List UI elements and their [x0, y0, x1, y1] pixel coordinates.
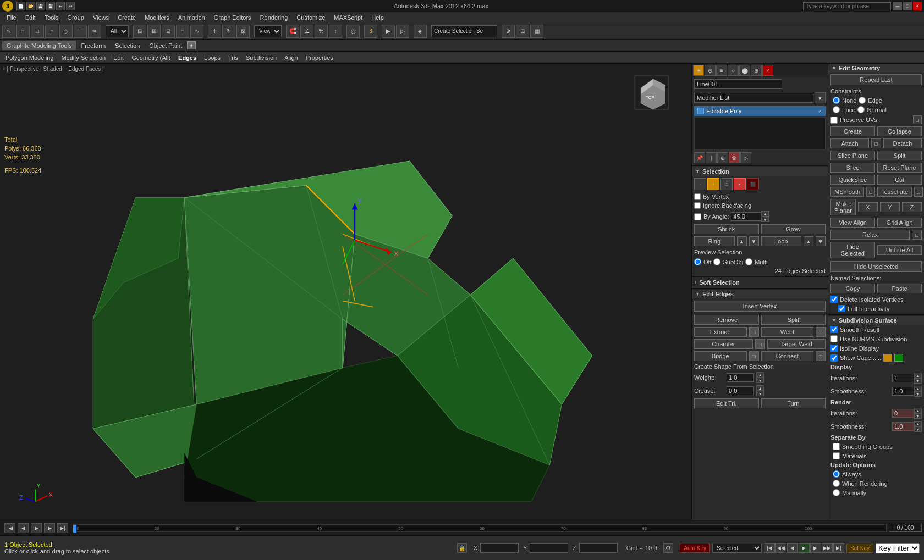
play-ctrl-prev[interactable]: ◀◀: [776, 543, 787, 553]
show-cage-checkbox[interactable]: [831, 354, 838, 362]
maximize-btn[interactable]: □: [903, 2, 912, 10]
modify-selection-btn[interactable]: Modify Selection: [58, 53, 109, 62]
menu-help[interactable]: Help: [367, 13, 388, 22]
play-ctrl-next-frame[interactable]: ▶: [810, 543, 821, 553]
render-last-btn[interactable]: ▷: [396, 25, 409, 38]
ring-spin-up[interactable]: ▲: [737, 236, 747, 246]
obj-props-btn[interactable]: ≡: [176, 25, 189, 38]
make-planar-btn[interactable]: Make Planar: [831, 199, 856, 215]
save-as-btn[interactable]: 💾: [46, 2, 55, 10]
soft-selection-header[interactable]: + Soft Selection: [692, 278, 828, 287]
panel-icon-1[interactable]: ☀: [693, 65, 704, 76]
view-cube-btn[interactable]: ⊡: [516, 25, 529, 38]
subdivision-surface-header[interactable]: ▼ Subdivision Surface: [828, 316, 924, 325]
frame-input[interactable]: [889, 524, 922, 532]
x-btn[interactable]: X: [858, 202, 878, 212]
curve-btn[interactable]: ∿: [190, 25, 204, 38]
material-editor-btn[interactable]: ◈: [414, 25, 427, 38]
selection-filter-dropdown[interactable]: All: [106, 25, 129, 37]
preview-multi-radio[interactable]: [745, 258, 752, 265]
play-btn[interactable]: ▶: [31, 523, 42, 533]
selection-section-header[interactable]: ▼ Selection: [692, 167, 828, 176]
render-iter-up[interactable]: ▲: [914, 408, 922, 413]
select-name-btn[interactable]: ≡: [16, 25, 30, 38]
ring-btn[interactable]: Ring: [694, 236, 735, 246]
set-key-btn[interactable]: Set Key: [846, 544, 873, 553]
remove-btn[interactable]: Remove: [694, 315, 759, 325]
play-ctrl-prev-frame[interactable]: ◀: [787, 543, 798, 553]
play-ctrl-play[interactable]: ▶: [799, 543, 810, 553]
target-weld-btn[interactable]: Target Weld: [767, 339, 826, 349]
x-input[interactable]: [480, 543, 519, 553]
weight-input[interactable]: [727, 373, 754, 382]
percent-snap-btn[interactable]: %: [315, 25, 328, 38]
collapse-geo-btn[interactable]: Collapse: [877, 126, 922, 136]
display-iter-up[interactable]: ▲: [914, 373, 922, 378]
smoothing-groups-checkbox[interactable]: [833, 443, 840, 450]
weight-up-btn[interactable]: ▲: [756, 372, 764, 378]
panel-icon-4[interactable]: ○: [728, 65, 739, 76]
configure-btn[interactable]: ▷: [740, 152, 751, 163]
constraint-normal-radio[interactable]: [857, 106, 865, 113]
repeat-last-btn[interactable]: Repeat Last: [831, 74, 922, 85]
weight-down-btn[interactable]: ▼: [756, 378, 764, 383]
msmooth-options-btn[interactable]: □: [866, 187, 875, 197]
border-icon[interactable]: □: [721, 178, 733, 190]
extrude-options-btn[interactable]: □: [749, 327, 759, 337]
chamfer-options-btn[interactable]: □: [755, 339, 765, 349]
crease-input[interactable]: [727, 386, 754, 395]
object-name-input[interactable]: Line001: [694, 79, 782, 89]
view-align-btn[interactable]: View Align: [831, 218, 875, 228]
panel-icon-3[interactable]: ≡: [716, 65, 727, 76]
selection-tab-btn[interactable]: Selection: [111, 41, 144, 50]
crease-down-btn[interactable]: ▼: [756, 391, 764, 396]
preserve-uvs-checkbox[interactable]: [831, 117, 838, 124]
modifier-list-dropdown[interactable]: ▼: [815, 92, 826, 103]
tessellate-btn[interactable]: Tessellate: [877, 187, 912, 197]
use-pivot-btn[interactable]: ◎: [346, 25, 360, 38]
unhide-all-btn[interactable]: Unhide All: [877, 245, 922, 255]
materials-checkbox[interactable]: [833, 452, 840, 459]
full-interactivity-checkbox[interactable]: [838, 305, 845, 312]
ignore-backfacing-checkbox[interactable]: [694, 202, 701, 209]
edit-tri-btn[interactable]: Edit Tri.: [694, 398, 759, 408]
key-filter-dropdown[interactable]: Key Filters...: [876, 543, 920, 553]
detach-btn[interactable]: Detach: [883, 138, 922, 148]
named-sel-copy-btn[interactable]: Copy: [831, 284, 875, 293]
make-unique-btn[interactable]: ⊕: [717, 152, 728, 163]
constraint-face-radio[interactable]: [833, 106, 840, 113]
isoline-display-checkbox[interactable]: [831, 345, 838, 352]
display-smooth-down[interactable]: ▼: [914, 391, 922, 397]
relax-btn[interactable]: Relax: [831, 230, 910, 240]
chamfer-btn[interactable]: Chamfer: [694, 339, 753, 349]
panel-icon-7[interactable]: ✓: [762, 65, 773, 76]
bridge-options-btn[interactable]: □: [749, 351, 759, 361]
insert-vertex-btn[interactable]: Insert Vertex: [694, 301, 826, 312]
geometry-all-btn[interactable]: Geometry (All): [128, 53, 174, 62]
menu-graph-editors[interactable]: Graph Editors: [210, 13, 256, 22]
transform-gizmo-btn[interactable]: ⊕: [502, 25, 515, 38]
menu-animation[interactable]: Animation: [174, 13, 210, 22]
snap-btn[interactable]: 🧲: [286, 25, 299, 38]
loops-btn[interactable]: Loops: [201, 53, 224, 62]
close-btn[interactable]: ✕: [913, 2, 922, 10]
file-btn[interactable]: 📄: [16, 2, 25, 10]
freeform-btn[interactable]: Freeform: [76, 41, 110, 50]
weld-options-btn[interactable]: □: [816, 327, 826, 337]
editable-poly-item[interactable]: Editable Poly ✓: [694, 106, 826, 116]
object-paint-btn[interactable]: Object Paint: [145, 41, 186, 50]
smooth-result-checkbox[interactable]: [831, 326, 838, 333]
display-iter-down[interactable]: ▼: [914, 378, 922, 384]
panel-icon-5[interactable]: ⬤: [739, 65, 750, 76]
use-nurms-checkbox[interactable]: [831, 335, 838, 342]
element-icon[interactable]: ⬛: [747, 178, 759, 190]
play-ctrl-end[interactable]: ▶|: [833, 543, 844, 553]
rect-sel-btn[interactable]: □: [31, 25, 44, 38]
msmooth-btn[interactable]: MSmooth: [831, 187, 864, 197]
grid-align-btn[interactable]: Grid Align: [877, 218, 922, 228]
hide-selected-btn[interactable]: Hide Selected: [831, 242, 875, 258]
split-geo-btn[interactable]: Split: [877, 151, 922, 160]
loop-btn[interactable]: Loop: [761, 236, 802, 246]
search-input[interactable]: [803, 2, 891, 10]
preserve-uvs-options[interactable]: □: [913, 115, 922, 124]
